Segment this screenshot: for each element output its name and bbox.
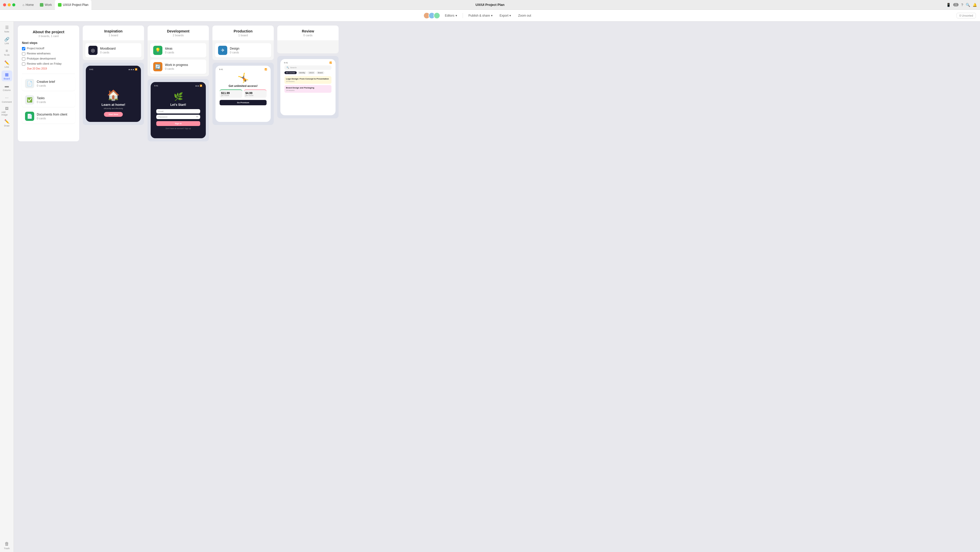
phone1-illustration: 🏠 bbox=[107, 89, 120, 101]
phone3-content: 🤸 Get unlimited access! $11.99 per month… bbox=[218, 71, 269, 120]
phone1-headline: Learn at home! bbox=[101, 103, 125, 107]
sidebar-label-comment: Comment bbox=[2, 101, 12, 103]
trash-icon: 🗑 bbox=[5, 541, 9, 547]
production-title: Production bbox=[216, 29, 270, 33]
minimize-button[interactable] bbox=[8, 3, 11, 6]
course-card-1: Logo Design: From Concept to Presentatio… bbox=[285, 76, 331, 84]
close-button[interactable] bbox=[3, 3, 6, 6]
ideas-title: Ideas bbox=[165, 47, 203, 50]
sidebar-item-comment[interactable]: ··· Comment bbox=[2, 94, 12, 105]
phone-mockup-3: 9:41 📶 🤸 Get unlimited access! $11.99 pe… bbox=[215, 66, 270, 122]
phone4-search[interactable]: 🔍 Search bbox=[285, 65, 331, 70]
editors-avatars bbox=[425, 12, 440, 19]
production-header: Production 1 board bbox=[212, 26, 274, 41]
home-icon: ⌂ bbox=[22, 3, 24, 6]
phone4-status: 9:41 📶 bbox=[282, 61, 334, 64]
preview-phones-container: 9:41 ▲▲▲ 📶 🏠 Learn at home! efficiently … bbox=[83, 62, 144, 125]
sidebar-item-board[interactable]: ▦ Board bbox=[2, 70, 12, 81]
tasks-title: Tasks bbox=[37, 96, 72, 100]
phone3-status: 9:41 📶 bbox=[218, 68, 269, 71]
phone1-content: 🏠 Learn at home! efficiently and effecti… bbox=[99, 71, 128, 120]
phone2-email: Email bbox=[156, 109, 200, 113]
checklist-checkbox-2[interactable] bbox=[22, 57, 25, 61]
card-design[interactable]: ✈ Design 0 cards bbox=[215, 43, 271, 57]
creative-brief-info: Creative brief 0 cards bbox=[37, 80, 72, 87]
phone3-pricing: $11.99 per month $4.99 per month bbox=[220, 89, 267, 98]
checklist-checkbox-3[interactable] bbox=[22, 62, 25, 66]
phone2-headline: Let's Start! bbox=[170, 103, 186, 107]
column-inspiration: Inspiration 1 board ◎ Moodboard 0 cards bbox=[83, 26, 144, 141]
wip-info: Work in progress 0 cards bbox=[165, 63, 203, 70]
phone3-premium-btn[interactable]: Go Premium bbox=[220, 100, 267, 105]
tag-uiux[interactable]: UI/UX bbox=[307, 71, 315, 74]
traffic-lights bbox=[3, 3, 15, 6]
card-moodboard[interactable]: ◎ Moodboard 0 cards bbox=[85, 43, 142, 57]
phone2-signin-btn[interactable]: Sign in bbox=[156, 121, 200, 126]
sidebar-item-draw[interactable]: ✏️ Draw bbox=[2, 118, 12, 128]
production-body: ✈ Design 0 cards bbox=[212, 41, 274, 60]
tab-home-label: Home bbox=[25, 3, 34, 6]
sidebar-item-link[interactable]: 🔗 Link bbox=[2, 35, 12, 46]
ideas-info: Ideas 0 cards bbox=[165, 47, 203, 54]
documents-title: Documents from client bbox=[37, 113, 72, 116]
tag-identity[interactable]: Identity bbox=[298, 71, 307, 74]
titlebar-right: 📱 21 ? 🔍 🔔 bbox=[946, 3, 977, 7]
phone2-content: 🌿 Let's Start! Email Password 👁 Sign in … bbox=[153, 88, 204, 136]
card-ideas[interactable]: 💡 Ideas 0 cards bbox=[150, 43, 206, 57]
phone1-status: 9:41 ▲▲▲ 📶 bbox=[88, 68, 139, 71]
sidebar-item-column[interactable]: ▬ Column bbox=[2, 82, 12, 93]
help-icon[interactable]: ? bbox=[961, 3, 963, 7]
tasks-info: Tasks 0 cards bbox=[37, 96, 72, 104]
price-card-1: $11.99 per month bbox=[220, 89, 242, 98]
phone2-password: Password 👁 bbox=[156, 115, 200, 119]
tab-project[interactable]: UX/UI Project Plan bbox=[55, 0, 91, 10]
search-icon[interactable]: 🔍 bbox=[966, 3, 970, 7]
sidebar-item-note[interactable]: ☰ Note bbox=[2, 24, 12, 34]
card-tasks[interactable]: ✅ Tasks 0 cards bbox=[22, 93, 75, 107]
phone1-start-btn[interactable]: Start Now bbox=[104, 112, 123, 117]
card-wip[interactable]: 🔄 Work in progress 0 cards bbox=[150, 59, 206, 74]
tab-work-label: Work bbox=[45, 3, 52, 6]
creative-brief-title: Creative brief bbox=[37, 80, 72, 84]
sidebar-label-line: Line bbox=[5, 66, 9, 68]
wip-count: 0 cards bbox=[165, 67, 203, 70]
tab-work[interactable]: Work bbox=[37, 0, 55, 10]
main-toolbar: Editors ▾ Publish & share ▾ Export ▾ Zoo… bbox=[0, 10, 980, 21]
phone2-link: Don't have an account? Sign up bbox=[165, 128, 191, 129]
publish-share-button[interactable]: Publish & share ▾ bbox=[466, 13, 495, 18]
card-documents[interactable]: 📄 Documents from client 0 cards bbox=[22, 109, 75, 123]
project-icon bbox=[58, 3, 62, 6]
phone2-illustration: 🌿 bbox=[173, 92, 183, 101]
column-review: Review 0 cards 9:41 📶 🔍 bbox=[277, 26, 339, 141]
tab-home[interactable]: ⌂ Home bbox=[19, 0, 37, 10]
device-icon: 📱 bbox=[946, 3, 951, 7]
sidebar-item-addimage[interactable]: 🖼 Add image bbox=[2, 106, 12, 116]
checklist-checkbox-1[interactable] bbox=[22, 52, 25, 56]
sidebar-item-todo[interactable]: ≡ To-do bbox=[2, 47, 12, 58]
development-title: Development bbox=[152, 29, 205, 33]
editors-button[interactable]: Editors ▾ bbox=[442, 13, 459, 18]
avatar-3 bbox=[434, 12, 440, 19]
checklist-item-2: Prototype development bbox=[22, 57, 75, 61]
checklist-checkbox-0[interactable] bbox=[22, 47, 25, 50]
divider-1 bbox=[22, 73, 75, 74]
notification-count: 21 bbox=[953, 3, 959, 6]
todo-icon: ≡ bbox=[6, 49, 8, 53]
fullscreen-button[interactable] bbox=[12, 3, 15, 6]
review-subtitle: 0 cards bbox=[282, 34, 334, 37]
card-creative-brief[interactable]: 📄 Creative brief 0 cards bbox=[22, 77, 75, 91]
sidebar-item-line[interactable]: ✏️ Line bbox=[2, 59, 12, 70]
zoom-out-button[interactable]: Zoom out bbox=[515, 13, 534, 18]
checklist-item-0: Project kickoff bbox=[22, 47, 75, 50]
phone4-content: 🔍 Search All Courses Identity UI/UX Bran… bbox=[282, 65, 334, 93]
tag-all-courses[interactable]: All Courses bbox=[285, 71, 297, 74]
phone3-illustration: 🤸 bbox=[237, 73, 249, 83]
tag-brand[interactable]: Brand bbox=[317, 71, 324, 74]
export-button[interactable]: Export ▾ bbox=[497, 13, 514, 18]
phone2-container: 9:41 ▲▲ 📶 🌿 Let's Start! Email Password … bbox=[148, 79, 209, 141]
wip-icon: 🔄 bbox=[153, 62, 162, 71]
sidebar-item-trash[interactable]: 🗑 Trash bbox=[2, 541, 11, 550]
note-icon: ☰ bbox=[5, 25, 9, 30]
bell-icon[interactable]: 🔔 bbox=[973, 3, 977, 7]
development-header: Development 2 boards bbox=[148, 26, 209, 41]
